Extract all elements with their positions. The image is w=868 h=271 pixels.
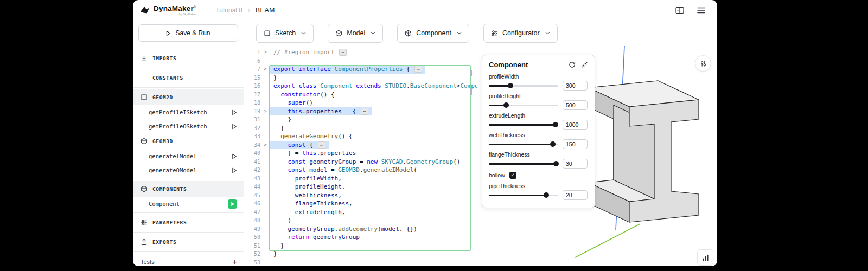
code-line-52[interactable]: 52}	[244, 250, 477, 259]
webthickness-slider[interactable]	[489, 141, 558, 147]
code-line-51[interactable]: 51 }	[244, 242, 477, 250]
param-flangethickness: flangeThickness	[489, 151, 588, 168]
code-line-31[interactable]: 31 }	[244, 115, 477, 124]
extrudelength-input[interactable]	[563, 120, 588, 130]
fold-chevron-icon[interactable]: >	[260, 141, 270, 150]
code-line-18[interactable]: 18 super()	[244, 99, 477, 107]
sidebar-section-constants[interactable]: CONSTANTS	[133, 70, 244, 86]
line-number: 47	[247, 208, 260, 217]
fold-chevron-icon[interactable]: >	[260, 48, 270, 57]
sidebar-item-generateimodel[interactable]: generateIModel	[133, 149, 244, 163]
sidebar-section-geom3d[interactable]: GEOM3D	[133, 133, 244, 149]
code-line-46[interactable]: 46 flangeThickness,	[244, 199, 477, 208]
code-line-16[interactable]: 16export class Component extends STUDIO.…	[244, 82, 477, 91]
tests-footer[interactable]: Tests +	[133, 256, 244, 266]
webthickness-input[interactable]	[563, 139, 588, 149]
code-line-49[interactable]: 49 geometryGroup.addGeometry(model, {})	[244, 225, 477, 234]
code-line-47[interactable]: 47 extrudeLength,	[244, 208, 477, 217]
stats-button[interactable]	[697, 249, 713, 266]
flangethickness-slider[interactable]	[489, 160, 558, 167]
extrudelength-slider[interactable]	[489, 121, 558, 128]
code-line-32[interactable]: 32 }	[244, 124, 477, 133]
fold-gutter	[260, 57, 270, 66]
code-line-42[interactable]: 42 const model = GEOM3D.generateIModel(	[244, 166, 477, 175]
code-line-15[interactable]: 15}	[244, 74, 477, 82]
chevron-down-icon	[545, 31, 550, 35]
code-text: super()	[270, 99, 316, 107]
fold-chevron-icon[interactable]: >	[260, 107, 270, 116]
collapse-icon[interactable]	[581, 61, 588, 68]
tab-component[interactable]: Component	[397, 24, 469, 43]
view-settings-button[interactable]	[695, 55, 711, 72]
code-line-7[interactable]: 7>export interface ComponentProperties {…	[244, 65, 477, 74]
code-line-40[interactable]: 40 } = this.properties	[244, 149, 477, 158]
code-line-50[interactable]: 50 return geometryGroup	[244, 233, 477, 242]
run-generateimodel-button[interactable]	[232, 153, 237, 159]
line-number: 15	[247, 74, 260, 82]
code-editor: 1>// #region import ⋯67>export interface…	[244, 46, 477, 266]
flangethickness-input[interactable]	[563, 159, 588, 169]
sidebar-section-components[interactable]: COMPONENTS	[133, 181, 244, 197]
profileheight-slider[interactable]	[489, 102, 558, 108]
run-getprofileisketch-button[interactable]	[232, 109, 237, 115]
sidebar-item-component[interactable]: Component	[133, 197, 244, 211]
run-component-button[interactable]	[228, 199, 237, 209]
mode-tabs: SketchModelComponentConfigurator	[256, 24, 558, 43]
profilewidth-slider[interactable]	[489, 82, 558, 89]
code-line-44[interactable]: 44 profileHeight,	[244, 183, 477, 191]
sidebar-item-getprofileisketch[interactable]: getProfileISketch	[133, 105, 244, 119]
code-line-48[interactable]: 48 )	[244, 216, 477, 225]
pipethickness-slider[interactable]	[489, 192, 558, 198]
slider-thumb	[553, 122, 558, 127]
profilewidth-input[interactable]	[563, 81, 588, 91]
code-line-43[interactable]: 43 profileWidth,	[244, 175, 477, 183]
line-number: 41	[247, 158, 260, 166]
sidebar-section-imports[interactable]: IMPORTS	[133, 50, 244, 66]
top-bar: DynaMaker® by SkyMaker Tutorial 8 › BEAM	[133, 0, 717, 21]
tab-label: Configurator	[502, 29, 540, 37]
menu-icon[interactable]	[697, 7, 705, 14]
tab-configurator[interactable]: Configurator	[483, 24, 558, 43]
param-extrudelength: extrudeLength	[489, 112, 588, 129]
chevron-down-icon	[301, 31, 306, 35]
square-icon	[141, 94, 148, 101]
code-text: constructor() {	[270, 91, 338, 99]
sidebar-item-getprofileosketch[interactable]: getProfileOSketch	[133, 119, 244, 133]
run-getprofileosketch-button[interactable]	[232, 124, 237, 130]
code-line-33[interactable]: 33 generateGeometry() {	[244, 132, 477, 141]
line-number: 53	[247, 259, 260, 267]
code-line-19[interactable]: 19> this.properties = { ⋯	[244, 107, 477, 116]
play-outline-icon	[166, 30, 171, 36]
code-text: }	[270, 124, 288, 133]
pipethickness-input[interactable]	[563, 190, 588, 200]
tab-model[interactable]: Model	[328, 24, 383, 43]
sidebar-item-generateomodel[interactable]: generateOModel	[133, 163, 244, 177]
code-line-41[interactable]: 41 const geometryGroup = new SKYCAD.Geom…	[244, 158, 477, 166]
tab-label: Model	[347, 29, 365, 37]
sidebar-section-parameters[interactable]: PARAMETERS	[133, 215, 244, 230]
run-generateomodel-button[interactable]	[232, 167, 237, 173]
code-line-34[interactable]: 34> const { ⋯	[244, 141, 477, 150]
refresh-icon[interactable]	[569, 61, 576, 68]
item-label: generateOModel	[149, 167, 197, 173]
line-number: 52	[247, 250, 260, 259]
code-line-45[interactable]: 45 webThickness,	[244, 191, 477, 200]
sidebar-section-exports[interactable]: EXPORTS	[133, 234, 244, 250]
fold-chevron-icon[interactable]: >	[260, 65, 270, 74]
code-line-53[interactable]: 53	[244, 259, 477, 267]
brand[interactable]: DynaMaker® by SkyMaker	[139, 5, 196, 16]
save-run-button[interactable]: Save & Run	[138, 24, 238, 42]
hollow-checkbox[interactable]: ✓	[509, 172, 516, 179]
code-line-1[interactable]: 1>// #region import ⋯	[244, 48, 477, 57]
sidebar-section-geom2d[interactable]: GEOM2D	[133, 89, 244, 105]
add-test-button[interactable]: +	[232, 257, 237, 266]
slider-thumb	[544, 192, 549, 198]
code-line-6[interactable]: 6	[244, 57, 477, 66]
tab-sketch[interactable]: Sketch	[256, 24, 314, 43]
line-number: 18	[247, 99, 260, 107]
code-line-17[interactable]: 17 constructor() {	[244, 91, 477, 99]
breadcrumb-parent[interactable]: Tutorial 8	[215, 7, 242, 14]
docs-panel-icon[interactable]	[675, 7, 684, 14]
breadcrumb-separator-icon: ›	[248, 7, 250, 14]
profileheight-input[interactable]	[563, 100, 588, 110]
